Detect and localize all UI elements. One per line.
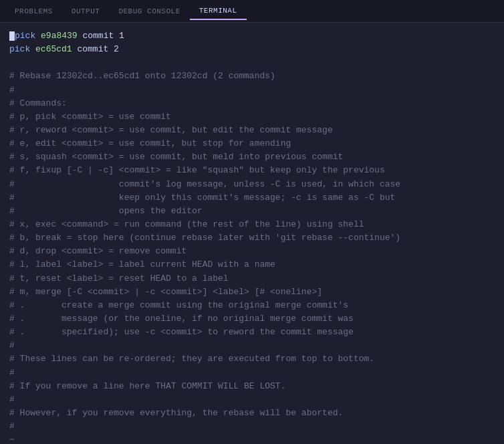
line-pick-1: pick e9a8439 commit 1 [9,29,495,43]
comment-label: # l, label <label> = label current HEAD … [9,258,495,271]
comment-exec: # x, exec <command> = run command (the r… [9,218,495,231]
comment-reword: # r, reword <commit> = use commit, but e… [9,124,495,137]
comment-hash-4: # [9,393,495,407]
comment-fixup-3: # keep only this commit's message; -c is… [9,191,495,205]
comment-fixup-2: # commit's log message, unless -C is use… [9,178,495,191]
comment-hash-2: # [9,339,495,352]
line-pick-2: pick ec65cd1 commit 2 [9,43,495,56]
comment-rebase: # Rebase 12302cd..ec65cd1 onto 12302cd (… [9,70,495,83]
comment-reset: # t, reset <label> = reset HEAD to a lab… [9,272,495,286]
tilde-line: ~ [9,433,495,444]
comment-hash-5: # [9,420,495,433]
comment-pick: # p, pick <commit> = use commit [9,110,495,124]
tabs-bar: PROBLEMS OUTPUT DEBUG CONSOLE TERMINAL [0,0,504,23]
comment-fixup: # f, fixup [-C | -c] <commit> = like "sq… [9,164,495,177]
comment-break: # b, break = stop here (continue rebase … [9,231,495,245]
terminal-body: pick e9a8439 commit 1 pick ec65cd1 commi… [0,23,504,444]
tab-debug-console[interactable]: DEBUG CONSOLE [109,3,189,19]
comment-commands: # Commands: [9,97,495,110]
comment-aborted: # However, if you remove everything, the… [9,407,495,420]
comment-reorder: # These lines can be re-ordered; they ar… [9,352,495,366]
tab-terminal[interactable]: TERMINAL [190,3,247,20]
comment-lost: # If you remove a line here THAT COMMIT … [9,380,495,393]
comment-merge: # m, merge [-C <commit> | -c <commit>] <… [9,286,495,299]
comment-hash-3: # [9,366,495,380]
tab-output[interactable]: OUTPUT [62,3,110,19]
comment-merge-4: # . specified); use -c <commit> to rewor… [9,326,495,339]
line-empty-1 [9,56,495,70]
comment-squash: # s, squash <commit> = use commit, but m… [9,150,495,164]
comment-merge-2: # . create a merge commit using the orig… [9,299,495,312]
comment-merge-3: # . message (or the oneline, if no origi… [9,312,495,326]
comment-edit: # e, edit <commit> = use commit, but sto… [9,137,495,150]
comment-hash-1: # [9,84,495,97]
comment-fixup-4: # opens the editor [9,205,495,218]
comment-drop: # d, drop <commit> = remove commit [9,245,495,258]
tab-problems[interactable]: PROBLEMS [5,3,62,19]
